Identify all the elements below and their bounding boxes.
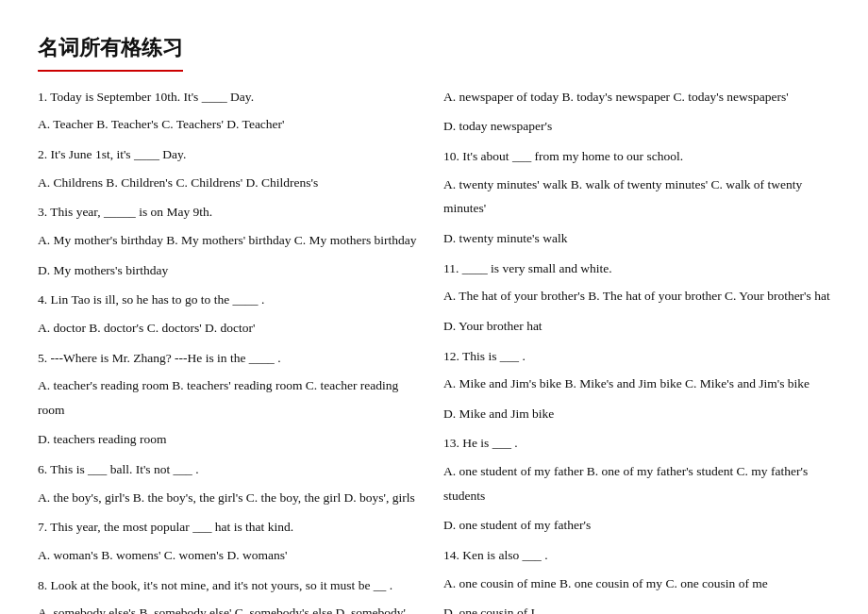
q13-opts-d: D. one student of my father's [443, 518, 591, 532]
q5-opts-d: D. teachers reading room [38, 432, 166, 446]
content-columns: 1. Today is September 10th. It's ____ Da… [38, 85, 830, 614]
q14-opts-a: A. one cousin of mine B. one cousin of m… [443, 576, 768, 590]
q10-options-a: A. twenty minutes' walk B. walk of twent… [443, 173, 830, 221]
q8-opts: A. somebody else's B. somebody else' C. … [38, 606, 406, 614]
q10-opts-d: D. twenty minute's walk [443, 231, 567, 245]
q5-options-a: A. teacher's reading room B. teachers' r… [38, 373, 425, 422]
q14-opts-d: D. one cousin of I [443, 606, 535, 614]
q8-text: 8. Look at the book, it's not mine, and … [38, 578, 392, 592]
page: 名词所有格练习 1. Today is September 10th. It's… [0, 0, 868, 614]
q9-opts-d: D. today newspaper's [443, 119, 552, 133]
q4-opts: A. doctor B. doctor's C. doctors' D. doc… [38, 321, 255, 335]
q4-text: 4. Lin Tao is ill, so he has to go to th… [38, 292, 264, 307]
q12-options-a: A. Mike and Jim's bike B. Mike's and Jim… [443, 372, 830, 396]
q5-opts-a: A. teacher's reading room B. teachers' r… [38, 378, 398, 417]
q1-options: A. Teacher B. Teacher's C. Teachers' D. … [38, 112, 425, 137]
q3-options-d: D. My mothers's birthday [38, 258, 425, 283]
q11-options-a: A. The hat of your brother's B. The hat … [443, 284, 830, 308]
q6-text: 6. This is ___ ball. It's not ___ . [38, 462, 199, 476]
q11-opts-d: D. Your brother hat [443, 319, 542, 333]
q14-options-d: D. one cousin of I [443, 601, 830, 614]
q7-text: 7. This year, the most popular ___ hat i… [38, 520, 293, 534]
q7-options: A. woman's B. womens' C. women's D. woma… [38, 543, 425, 568]
q6-options: A. the boy's, girl's B. the boy's, the g… [38, 486, 425, 510]
q7: 7. This year, the most popular ___ hat i… [38, 515, 425, 539]
q14: 14. Ken is also ___ . [443, 543, 830, 568]
q5-options-d: D. teachers reading room [38, 427, 425, 452]
q10: 10. It's about ___ from my home to our s… [443, 144, 830, 169]
q1-opts: A. Teacher B. Teacher's C. Teachers' D. … [38, 117, 285, 131]
q7-opts: A. woman's B. womens' C. women's D. woma… [38, 548, 287, 562]
q9-opts-a: A. newspaper of today B. today's newspap… [443, 90, 789, 104]
q5-text: 5. ---Where is Mr. Zhang? ---He is in th… [38, 351, 281, 365]
q13-options-a: A. one student of my father B. one of my… [443, 459, 830, 507]
q11-options-d: D. Your brother hat [443, 314, 830, 339]
q1: 1. Today is September 10th. It's ____ Da… [38, 85, 425, 109]
q11: 11. ____ is very small and white. [443, 257, 830, 281]
q13-text: 13. He is ___ . [443, 436, 518, 450]
right-column: A. newspaper of today B. today's newspap… [443, 85, 830, 614]
page-title: 名词所有格练习 [38, 28, 183, 72]
q8-options: A. somebody else's B. somebody else' C. … [38, 601, 425, 614]
q12: 12. This is ___ . [443, 344, 830, 369]
q3-opts-a: A. My mother's birthday B. My mothers' b… [38, 233, 417, 247]
left-column: 1. Today is September 10th. It's ____ Da… [38, 85, 425, 614]
q14-options-a: A. one cousin of mine B. one cousin of m… [443, 572, 830, 596]
q9-options-a: A. newspaper of today B. today's newspap… [443, 85, 830, 109]
q10-opts-a: A. twenty minutes' walk B. walk of twent… [443, 177, 802, 216]
q14-text: 14. Ken is also ___ . [443, 548, 548, 562]
q8: 8. Look at the book, it's not mine, and … [38, 573, 425, 598]
q3-options-a: A. My mother's birthday B. My mothers' b… [38, 228, 425, 253]
q3-text: 3. This year, _____ is on May 9th. [38, 205, 212, 219]
q13: 13. He is ___ . [443, 431, 830, 456]
q6-opts: A. the boy's, girl's B. the boy's, the g… [38, 490, 415, 505]
q13-options-d: D. one student of my father's [443, 513, 830, 538]
q12-options-d: D. Mike and Jim bike [443, 402, 830, 426]
q3-opts-d: D. My mothers's birthday [38, 263, 168, 277]
q6: 6. This is ___ ball. It's not ___ . [38, 457, 425, 482]
q1-text: 1. Today is September 10th. It's ____ Da… [38, 90, 254, 104]
q2-options: A. Childrens B. Children's C. Childrens'… [38, 171, 425, 195]
q12-opts-a: A. Mike and Jim's bike B. Mike's and Jim… [443, 376, 810, 390]
q2-text: 2. It's June 1st, it's ____ Day. [38, 147, 186, 161]
q2: 2. It's June 1st, it's ____ Day. [38, 142, 425, 167]
q12-opts-d: D. Mike and Jim bike [443, 407, 554, 421]
q4: 4. Lin Tao is ill, so he has to go to th… [38, 288, 425, 312]
q10-options-d: D. twenty minute's walk [443, 226, 830, 251]
q9-options-d: D. today newspaper's [443, 114, 830, 139]
q12-text: 12. This is ___ . [443, 349, 526, 363]
q3: 3. This year, _____ is on May 9th. [38, 200, 425, 224]
q13-opts-a: A. one student of my father B. one of my… [443, 464, 808, 503]
q2-opts: A. Childrens B. Children's C. Childrens'… [38, 175, 318, 190]
q11-opts-a: A. The hat of your brother's B. The hat … [443, 289, 830, 303]
q4-options: A. doctor B. doctor's C. doctors' D. doc… [38, 316, 425, 340]
q10-text: 10. It's about ___ from my home to our s… [443, 149, 683, 163]
q5: 5. ---Where is Mr. Zhang? ---He is in th… [38, 346, 425, 371]
q11-text: 11. ____ is very small and white. [443, 261, 612, 275]
